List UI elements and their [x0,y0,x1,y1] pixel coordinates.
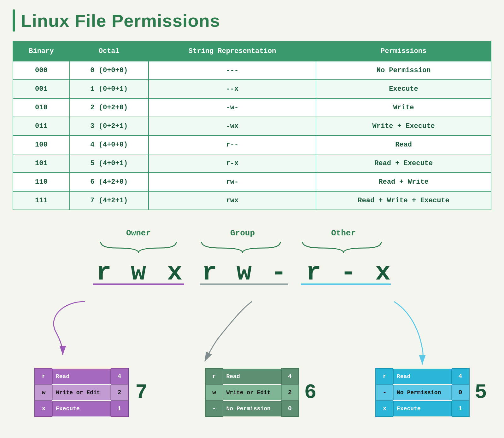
owner-row3-char: x [35,401,52,417]
group-row2-label: Write or Edit [223,385,281,400]
cell-binary-3: 011 [13,117,70,135]
cell-string-1: --x [149,80,316,98]
owner-row1-char: r [35,368,52,384]
cell-string-7: rwx [149,191,316,210]
cell-binary-1: 001 [13,80,70,98]
owner-total: 7 [135,381,148,404]
group-row3-char: - [206,401,223,417]
cell-permission-5: Read + Execute [316,154,491,173]
svg-text:w: w [131,258,146,287]
owner-row2-label: Write or Edit [52,385,111,400]
cell-octal-7: 7 (4+2+1) [70,191,149,210]
other-row3-char: x [376,401,393,417]
svg-text:-: - [341,258,356,287]
table-row: 0000 (0+0+0)---No Permission [13,61,491,80]
group-row1-value: 4 [281,368,299,384]
cell-permission-2: Write [316,98,491,117]
owner-row2-char: w [35,384,52,401]
diagram-svg: Owner Group Other r w x r w - r - x [79,226,425,295]
table-row: 1117 (4+2+1)rwxRead + Write + Execute [13,191,491,210]
cell-octal-3: 3 (0+2+1) [70,117,149,135]
col-header-string: String Representation [149,41,316,61]
permissions-table: Binary Octal String Representation Permi… [13,41,491,210]
owner-row1-value: 4 [111,368,128,384]
cell-binary-7: 111 [13,191,70,210]
svg-text:r: r [96,258,111,287]
cell-binary-2: 010 [13,98,70,117]
page-title: Linux File Permissions [21,10,220,31]
table-row: 0113 (0+2+1)-wxWrite + Execute [13,117,491,135]
owner-row2-value: 2 [111,384,128,401]
group-row2-value: 2 [281,384,299,401]
owner-row1-label: Read [52,369,111,384]
cell-binary-6: 110 [13,173,70,191]
cell-octal-5: 5 (4+0+1) [70,154,149,173]
group-box: r Read 4 w Write or Edit 2 - No Permissi… [205,368,299,417]
cell-string-3: -wx [149,117,316,135]
table-row: 1015 (4+0+1)r-xRead + Execute [13,154,491,173]
other-row2-label: No Permission [393,385,452,400]
other-row1-char: r [376,368,393,384]
cell-permission-3: Write + Execute [316,117,491,135]
title-bar-decoration [13,9,15,32]
cell-permission-7: Read + Write + Execute [316,191,491,210]
col-header-octal: Octal [70,41,149,61]
table-row: 0102 (0+2+0)-w-Write [13,98,491,117]
cell-permission-6: Read + Write [316,173,491,191]
cell-string-2: -w- [149,98,316,117]
cell-string-4: r-- [149,135,316,154]
svg-text:Group: Group [230,228,255,238]
cell-octal-4: 4 (4+0+0) [70,135,149,154]
cell-octal-1: 1 (0+0+1) [70,80,149,98]
cell-string-0: --- [149,61,316,80]
cell-permission-1: Execute [316,80,491,98]
svg-text:Owner: Owner [126,228,151,238]
col-header-binary: Binary [13,41,70,61]
cell-permission-4: Read [316,135,491,154]
svg-text:-: - [271,258,286,287]
cell-string-5: r-x [149,154,316,173]
cell-binary-0: 000 [13,61,70,80]
table-row: 0011 (0+0+1)--xExecute [13,80,491,98]
page-title-section: Linux File Permissions [13,9,491,32]
svg-text:x: x [167,258,182,287]
table-row: 1004 (4+0+0)r--Read [13,135,491,154]
cell-binary-5: 101 [13,154,70,173]
cell-octal-6: 6 (4+2+0) [70,173,149,191]
cell-string-6: rw- [149,173,316,191]
svg-text:x: x [375,258,390,287]
other-total: 5 [475,381,487,404]
owner-box: r Read 4 w Write or Edit 2 x Execute 1 [34,368,129,417]
group-row3-value: 0 [281,401,299,417]
other-row1-label: Read [393,369,452,384]
cell-octal-0: 0 (0+0+0) [70,61,149,80]
group-row1-label: Read [223,369,281,384]
svg-text:Other: Other [331,228,356,238]
group-row2-char: w [206,384,223,401]
svg-text:r: r [202,258,217,287]
other-row2-value: 0 [452,384,469,401]
col-header-permissions: Permissions [316,41,491,61]
other-row3-value: 1 [452,401,469,417]
other-box: r Read 4 - No Permission 0 x Execute 1 [375,368,470,417]
other-row1-value: 4 [452,368,469,384]
cell-binary-4: 100 [13,135,70,154]
cell-permission-0: No Permission [316,61,491,80]
diagram-section: Owner Group Other r w x r w - r - x [13,226,491,417]
cell-octal-2: 2 (0+2+0) [70,98,149,117]
group-row3-label: No Permission [223,401,281,416]
owner-row3-label: Execute [52,401,111,416]
other-row2-char: - [376,384,393,401]
table-row: 1106 (4+2+0)rw-Read + Write [13,173,491,191]
owner-row3-value: 1 [111,401,128,417]
svg-text:r: r [306,258,321,287]
group-total: 6 [304,381,316,404]
group-row1-char: r [206,368,223,384]
svg-text:w: w [237,258,252,287]
other-row3-label: Execute [393,401,452,416]
